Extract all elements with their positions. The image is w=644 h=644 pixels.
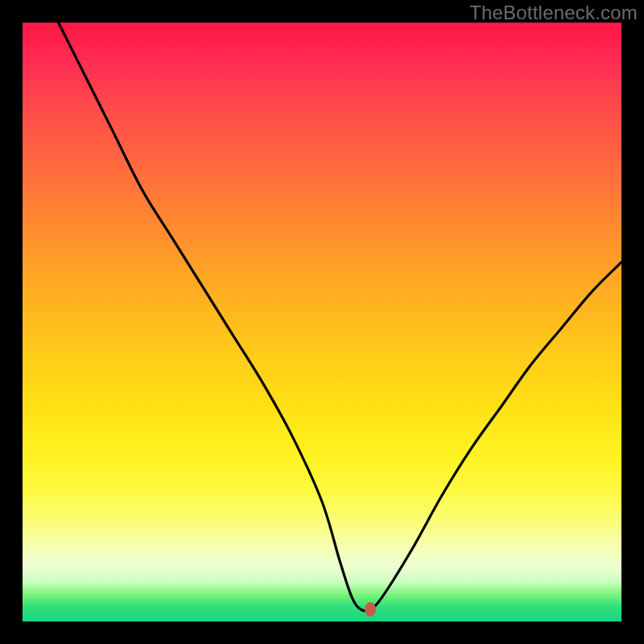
watermark-text: TheBottleneck.com xyxy=(469,2,638,24)
chart-frame: TheBottleneck.com xyxy=(0,0,644,644)
bottleneck-curve xyxy=(23,23,621,621)
plot-area xyxy=(23,23,621,621)
minimum-marker xyxy=(365,602,376,617)
